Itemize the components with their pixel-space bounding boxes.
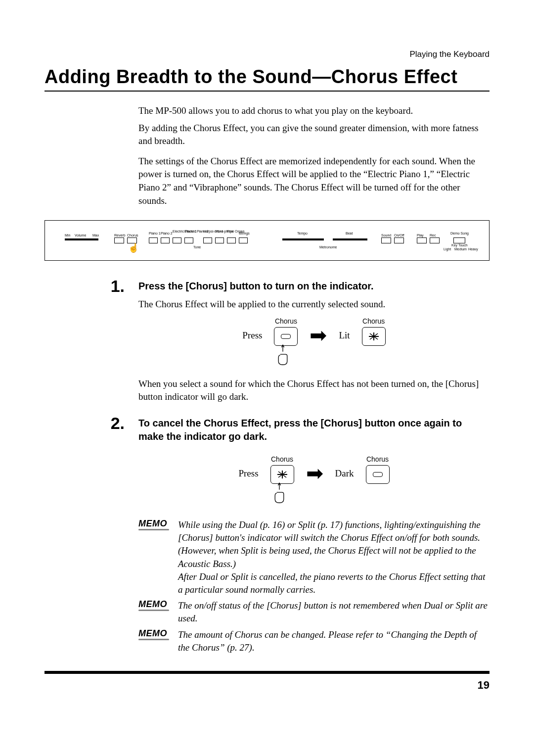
step-1-note: When you select a sound for which the Ch…: [138, 378, 490, 404]
tone-btn-7: [239, 237, 248, 243]
memo-icon: MEMO: [138, 519, 178, 529]
memo-2: MEMO The on/off status of the [Chorus] b…: [138, 599, 490, 625]
label-volume: Volume: [75, 234, 86, 237]
memo-1a: While using the Dual (p. 16) or Split (p…: [178, 520, 481, 569]
label-rec: Rec: [430, 234, 436, 237]
step-2-number: 2.: [44, 415, 138, 431]
label-lit: Lit: [339, 317, 350, 341]
chorus-button-off-icon: [274, 327, 298, 346]
tone-btn-6: [227, 237, 236, 243]
memo-icon-2: MEMO: [138, 599, 178, 610]
label-light: Light: [444, 247, 451, 251]
intro-p2: By adding the Chorus Effect, you can giv…: [138, 122, 480, 148]
label-demosong: Demo Song: [450, 232, 469, 235]
step-1-heading: Press the [Chorus] button to turn on the…: [138, 280, 490, 293]
label-beat: Beat: [346, 232, 353, 235]
chorus-button-lit-group: Chorus: [362, 317, 386, 346]
diagram-press-lit: Press Chorus ➡ Lit Chorus: [138, 317, 490, 368]
pointing-hand-icon-2: [270, 482, 288, 504]
label-chorus-1: Chorus: [274, 317, 298, 325]
pointing-hand-icon: [274, 344, 292, 366]
label-metronome: Metronome: [319, 245, 337, 249]
tone-btn-5: [215, 237, 224, 243]
chorus-button-lit-icon-2: [270, 465, 294, 484]
label-reverb: Reverb: [114, 234, 126, 237]
play-btn: [417, 237, 427, 243]
label-heavy: Heavy: [468, 247, 478, 251]
page-title: Adding Breadth to the Sound—Chorus Effec…: [44, 66, 490, 88]
memo-1: MEMO While using the Dual (p. 16) or Spl…: [138, 519, 490, 596]
memo-3: MEMO The amount of Chorus can be changed…: [138, 628, 490, 654]
footer-rule: [44, 671, 490, 674]
label-onoff: On/Off: [394, 234, 404, 237]
step-2-heading: To cancel the Chorus Effect, press the […: [138, 417, 490, 443]
chorus-button-off-group: Chorus: [274, 317, 298, 368]
tone-btn-2: [173, 237, 181, 243]
label-press-2: Press: [238, 455, 258, 479]
label-tone-0: Piano 1: [149, 232, 161, 235]
chorus-button-off-group-2: Chorus: [366, 455, 390, 484]
onoff-btn: [394, 237, 404, 243]
memo-1-text: While using the Dual (p. 16) or Split (p…: [178, 519, 490, 596]
intro-p3: The settings of the Chorus Effect are me…: [138, 155, 480, 207]
beat-slider: [333, 238, 367, 240]
label-play: Play: [417, 234, 424, 237]
chorus-button-off-icon-2: [366, 465, 390, 484]
reverb-button: [114, 237, 124, 243]
tone-btn-4: [203, 237, 212, 243]
arrow-right-icon-2: ➡: [306, 455, 323, 484]
label-medium: Medium: [454, 247, 467, 251]
title-rule: [44, 91, 490, 92]
label-press: Press: [242, 317, 262, 341]
pointer-hand-icon: ☝: [128, 242, 139, 253]
rec-btn: [430, 237, 440, 243]
label-chorus-3: Chorus: [270, 455, 294, 463]
label-tone-7: Strings: [239, 232, 250, 235]
step-2: 2. To cancel the Chorus Effect, press th…: [44, 415, 490, 516]
page-number: 19: [44, 679, 490, 692]
memo-2-text: The on/off status of the [Chorus] button…: [178, 599, 490, 625]
label-keytouch: Key Touch: [451, 243, 468, 247]
label-dark: Dark: [335, 455, 354, 479]
chorus-button-lit-group-2: Chorus: [270, 455, 294, 506]
memo-icon-3: MEMO: [138, 628, 178, 639]
label-tone-1: Piano 2: [161, 232, 173, 235]
memo-3-text: The amount of Chorus can be changed. Ple…: [178, 628, 490, 654]
tone-btn-1: [161, 237, 170, 243]
intro-block: The MP-500 allows you to add chorus to w…: [138, 104, 480, 207]
label-sound: Sound: [381, 234, 391, 237]
diagram-press-dark: Press Chorus ➡: [138, 455, 490, 506]
label-tempo: Tempo: [297, 232, 308, 235]
step-1-text: The Chorus Effect will be applied to the…: [138, 298, 490, 311]
sound-btn: [381, 237, 391, 243]
label-chorus: Chorus: [127, 234, 138, 237]
memo-1b: After Dual or Split is cancelled, the pi…: [178, 571, 485, 595]
volume-slider: [65, 238, 98, 240]
label-min: Min: [65, 234, 70, 237]
label-chorus-4: Chorus: [366, 455, 390, 463]
arrow-right-icon: ➡: [310, 317, 327, 346]
demosong-btn: [453, 237, 465, 243]
keyboard-panel-figure: Min Volume Max Reverb Chorus ☝ Piano 1 P…: [44, 220, 490, 261]
tone-btn-3: [184, 237, 193, 243]
label-tonegroup: Tone: [193, 245, 201, 249]
label-max: Max: [92, 234, 99, 237]
intro-p1: The MP-500 allows you to add chorus to w…: [138, 104, 480, 118]
breadcrumb: Playing the Keyboard: [44, 49, 490, 59]
step-1: 1. Press the [Chorus] button to turn on …: [44, 278, 490, 410]
step-1-number: 1.: [44, 278, 138, 294]
chorus-button-lit-icon: [362, 327, 386, 346]
label-chorus-2: Chorus: [362, 317, 386, 325]
tempo-slider: [282, 238, 324, 240]
tone-btn-0: [149, 237, 158, 243]
